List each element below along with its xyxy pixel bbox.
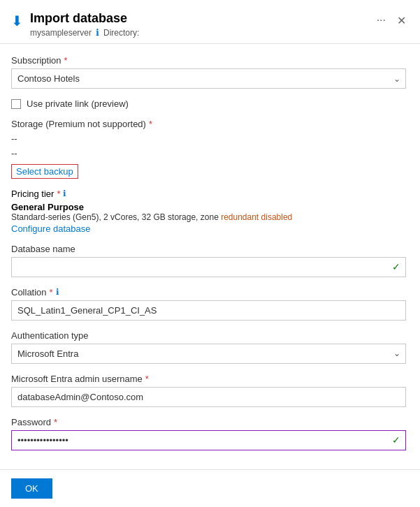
select-backup-button[interactable]: Select backup — [11, 164, 78, 179]
collation-input-wrapper — [11, 300, 406, 321]
admin-username-input[interactable] — [11, 387, 406, 407]
storage-required-star: * — [149, 119, 152, 129]
password-check-icon: ✓ — [392, 434, 400, 446]
database-name-input[interactable] — [11, 257, 406, 277]
more-options-button[interactable]: ··· — [377, 14, 386, 27]
private-link-label: Use private link (preview) — [27, 98, 129, 109]
storage-line-2: -- — [11, 147, 406, 161]
info-circle-icon: ℹ — [96, 27, 99, 38]
private-link-checkbox[interactable] — [11, 99, 21, 109]
collation-required-star: * — [50, 287, 53, 297]
pricing-desc-prefix: Standard-series (Gen5), 2 vCores, 32 GB … — [11, 212, 221, 222]
header-title-block: Import database mysampleserver ℹ Directo… — [30, 11, 139, 38]
database-name-field: Database name ✓ — [11, 244, 406, 277]
storage-field: Storage (Premium not supported) * -- -- … — [11, 119, 406, 179]
password-input-wrapper: ✓ — [11, 430, 406, 450]
admin-username-label: Microsoft Entra admin username * — [11, 374, 406, 384]
panel-header: ⬇ Import database mysampleserver ℹ Direc… — [0, 0, 420, 44]
server-name: mysampleserver — [30, 28, 92, 38]
database-name-label: Database name — [11, 244, 406, 254]
pricing-tier-desc: Standard-series (Gen5), 2 vCores, 32 GB … — [11, 212, 406, 222]
pricing-tier-name: General Purpose — [11, 202, 406, 212]
password-label: Password * — [11, 417, 406, 427]
close-button[interactable]: ✕ — [397, 14, 406, 27]
collation-info-icon[interactable]: ℹ — [56, 287, 59, 297]
storage-line-1: -- — [11, 132, 406, 147]
pricing-label-row: Pricing tier * ℹ — [11, 189, 406, 199]
auth-type-label: Authentication type — [11, 330, 406, 341]
import-icon: ⬇ — [11, 13, 23, 29]
pricing-required-star: * — [57, 189, 60, 199]
database-name-input-wrapper: ✓ — [11, 257, 406, 277]
password-required-star: * — [54, 417, 57, 427]
storage-lines: -- -- — [11, 132, 406, 161]
subscription-select[interactable]: Contoso Hotels — [11, 68, 406, 89]
configure-database-link[interactable]: Configure database — [11, 223, 90, 234]
auth-type-field: Authentication type Microsoft Entra SQL … — [11, 330, 406, 364]
subscription-required-star: * — [64, 55, 68, 66]
admin-username-input-wrapper — [11, 387, 406, 407]
admin-username-field: Microsoft Entra admin username * — [11, 374, 406, 407]
header-actions: ··· ✕ — [377, 11, 406, 27]
password-field: Password * ✓ — [11, 417, 406, 450]
collation-label: Collation * ℹ — [11, 287, 406, 297]
import-database-panel: ⬇ Import database mysampleserver ℹ Direc… — [0, 0, 420, 507]
form-content: Subscription * Contoso Hotels ⌄ Use priv… — [0, 44, 420, 469]
panel-subtitle: mysampleserver ℹ Directory: — [30, 27, 139, 38]
ok-button[interactable]: OK — [11, 478, 52, 499]
panel-title: Import database — [30, 11, 139, 26]
header-left: ⬇ Import database mysampleserver ℹ Direc… — [11, 11, 139, 38]
admin-username-required-star: * — [145, 374, 149, 384]
collation-field: Collation * ℹ — [11, 287, 406, 321]
pricing-info-icon[interactable]: ℹ — [63, 189, 66, 198]
database-name-check-icon: ✓ — [392, 261, 400, 272]
auth-type-select[interactable]: Microsoft Entra SQL authentication — [11, 344, 406, 364]
directory-label: Directory: — [103, 28, 139, 38]
pricing-tier-field: Pricing tier * ℹ General Purpose Standar… — [11, 189, 406, 234]
pricing-desc-highlight: redundant disabled — [221, 212, 292, 222]
collation-input[interactable] — [11, 300, 406, 321]
password-input[interactable] — [11, 430, 406, 450]
auth-type-select-wrapper: Microsoft Entra SQL authentication ⌄ — [11, 344, 406, 364]
storage-label: Storage (Premium not supported) * — [11, 119, 406, 129]
subscription-select-wrapper: Contoso Hotels ⌄ — [11, 68, 406, 89]
subscription-field: Subscription * Contoso Hotels ⌄ — [11, 55, 406, 89]
subscription-label: Subscription * — [11, 55, 406, 66]
panel-footer: OK — [0, 469, 420, 507]
pricing-tier-label: Pricing tier — [11, 189, 54, 199]
private-link-row: Use private link (preview) — [11, 98, 406, 109]
